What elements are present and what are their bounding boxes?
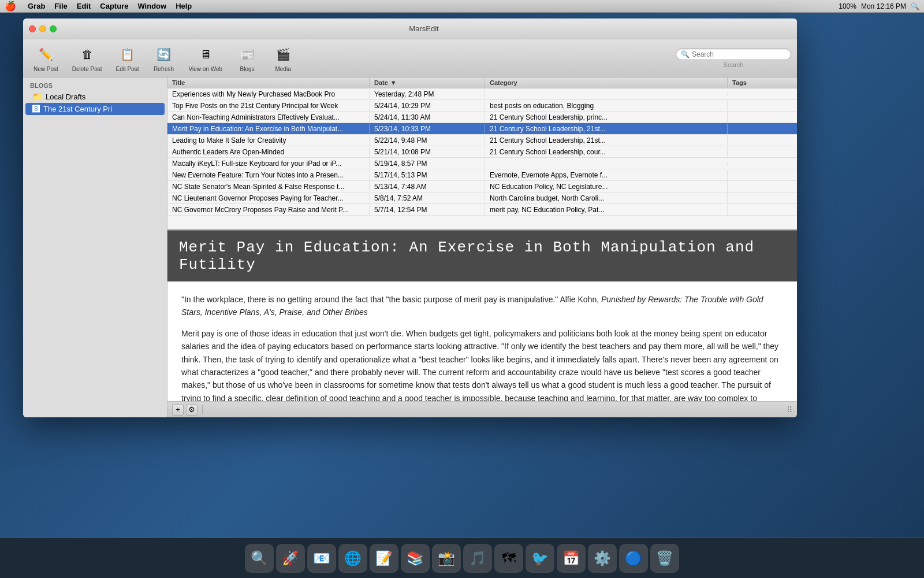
th-date[interactable]: Date ▼ (370, 77, 485, 88)
dock-icon-notes[interactable]: 📝 (370, 544, 398, 573)
preview-area[interactable]: Merit Pay in Education: An Exercise in B… (167, 231, 797, 401)
search-label: Search (724, 61, 744, 68)
edit-post-button[interactable]: 📋 Edit Post (111, 42, 144, 75)
dock-icon-safari[interactable]: 🌐 (338, 544, 367, 573)
sidebar-item-local-drafts[interactable]: 📁 Local Drafts (25, 90, 165, 103)
app-menu-help[interactable]: Help (176, 2, 192, 10)
maximize-button[interactable] (50, 25, 57, 32)
dock-icon-trash[interactable]: 🗑️ (650, 544, 679, 573)
td-title: Authentic Leaders Are Open-Minded (167, 147, 370, 157)
window-controls (29, 25, 57, 32)
app-menu-file[interactable]: File (54, 2, 67, 10)
blogs-button[interactable]: 📰 Blogs (232, 42, 263, 75)
td-category: 21 Century School Leadership, 21st... (485, 124, 728, 134)
table-header: Title Date ▼ Category Tags (167, 77, 797, 88)
td-date: 5/24/14, 10:29 PM (370, 101, 485, 111)
dock-icon-kindle[interactable]: 📚 (401, 544, 430, 573)
td-title: New Evernote Feature: Turn Your Notes in… (167, 170, 370, 180)
clock: Mon 12:16 PM (861, 2, 906, 10)
content-area: Title Date ▼ Category Tags Experiences w… (167, 77, 797, 417)
td-title: Can Non-Teaching Administrators Effectiv… (167, 112, 370, 123)
search-icon[interactable]: 🔍 (911, 2, 919, 10)
td-title: Experiences with My Newly Purchased MacB… (167, 89, 370, 99)
dock-icon-finder[interactable]: 🔍 (245, 544, 274, 573)
td-category: 21 Century School Leadership, 21st... (485, 135, 728, 146)
td-date: 5/24/14, 11:30 AM (370, 112, 485, 123)
table-row[interactable]: NC Governor McCrory Proposes Pay Raise a… (167, 204, 797, 216)
td-date: 5/17/14, 5:13 PM (370, 170, 485, 180)
media-icon: 🎬 (273, 44, 293, 65)
search-input[interactable] (692, 50, 786, 58)
table-row[interactable]: Experiences with My Newly Purchased MacB… (167, 88, 797, 100)
td-date: 5/13/14, 7:48 AM (370, 181, 485, 192)
new-post-button[interactable]: ✏️ New Post (29, 42, 63, 75)
toolbar: ✏️ New Post 🗑 Delete Post 📋 Edit Post 🔄 … (23, 39, 797, 77)
td-title: Top Five Posts on the 21st Century Princ… (167, 101, 370, 111)
view-on-web-button[interactable]: 🖥 View on Web (184, 42, 228, 75)
battery-indicator: 100% (839, 2, 856, 10)
view-on-web-icon: 🖥 (195, 44, 216, 65)
table-row[interactable]: New Evernote Feature: Turn Your Notes in… (167, 169, 797, 181)
td-tags (728, 186, 797, 188)
media-button[interactable]: 🎬 Media (267, 42, 299, 75)
table-row[interactable]: Authentic Leaders Are Open-Minded 5/21/1… (167, 146, 797, 158)
td-tags (728, 162, 797, 165)
dock-icon-twitter[interactable]: 🐦 (526, 544, 554, 573)
table-row[interactable]: Can Non-Teaching Administrators Effectiv… (167, 112, 797, 123)
table-row[interactable]: NC State Senator's Mean-Spirited & False… (167, 181, 797, 192)
dock-icon-chrome[interactable]: 🔵 (619, 544, 648, 573)
td-title: NC State Senator's Mean-Spirited & False… (167, 181, 370, 192)
app-menu-edit[interactable]: Edit (77, 2, 91, 10)
new-post-label: New Post (33, 66, 58, 72)
sort-icon: ▼ (390, 79, 397, 86)
local-drafts-label: Local Drafts (46, 92, 85, 101)
dock-icon-itunes[interactable]: 🎵 (463, 544, 492, 573)
posts-list[interactable]: Title Date ▼ Category Tags Experiences w… (167, 77, 797, 231)
td-date: 5/19/14, 8:57 PM (370, 158, 485, 169)
td-category: 21 Century School Leadership, princ... (485, 112, 728, 123)
post-intro-text: "In the workplace, there is no getting a… (181, 295, 601, 304)
app-menu-window[interactable]: Window (137, 2, 166, 10)
bottom-bar: + ⚙ ⠿ (167, 401, 797, 417)
td-tags (728, 151, 797, 153)
table-row[interactable]: Merit Pay in Education: An Exercise in B… (167, 123, 797, 135)
apple-menu[interactable]: 🍎 (5, 1, 16, 12)
search-box[interactable]: 🔍 (676, 49, 791, 60)
td-tags (728, 197, 797, 199)
close-button[interactable] (29, 25, 36, 32)
td-date: 5/7/14, 12:54 PM (370, 205, 485, 215)
td-tags (728, 128, 797, 130)
main-content: BLOGS 📁 Local Drafts 🅱 The 21st Century … (23, 77, 797, 417)
dock-icon-calendar[interactable]: 📅 (557, 544, 586, 573)
dock-icon-maps[interactable]: 🗺 (494, 544, 523, 573)
view-on-web-label: View on Web (189, 66, 223, 72)
refresh-icon: 🔄 (154, 44, 174, 65)
app-menu-capture[interactable]: Capture (100, 2, 128, 10)
refresh-button[interactable]: 🔄 Refresh (148, 42, 180, 75)
dock-icon-system-prefs[interactable]: ⚙️ (588, 544, 617, 573)
td-category: North Carolina budget, North Caroli... (485, 193, 728, 203)
table-row[interactable]: Leading to Make It Safe for Creativity 5… (167, 135, 797, 146)
post-preview-content: "In the workplace, there is no getting a… (167, 281, 797, 401)
minimize-button[interactable] (39, 25, 46, 32)
td-title: NC Governor McCrory Proposes Pay Raise a… (167, 205, 370, 215)
td-tags (728, 105, 797, 107)
settings-button[interactable]: ⚙ (186, 404, 198, 416)
table-row[interactable]: Macally iKeyLT: Full-size Keyboard for y… (167, 158, 797, 169)
delete-post-button[interactable]: 🗑 Delete Post (68, 42, 107, 75)
table-row[interactable]: NC Lieutenant Governor Proposes Paying f… (167, 192, 797, 204)
marsedit-window: MarsEdit ✏️ New Post 🗑 Delete Post 📋 Edi… (23, 18, 797, 417)
add-button[interactable]: + (172, 404, 184, 416)
dock-icon-launchpad[interactable]: 🚀 (276, 544, 305, 573)
blog-icon: 🅱 (32, 105, 40, 113)
dock-icon-mail[interactable]: 📧 (307, 544, 336, 573)
td-title: Leading to Make It Safe for Creativity (167, 135, 370, 146)
th-tags: Tags (728, 77, 797, 88)
table-row[interactable]: Top Five Posts on the 21st Century Princ… (167, 100, 797, 112)
td-date: 5/23/14, 10:33 PM (370, 124, 485, 134)
posts-table-body: Experiences with My Newly Purchased MacB… (167, 88, 797, 216)
dock-icon-photos[interactable]: 📸 (432, 544, 461, 573)
td-tags (728, 139, 797, 142)
sidebar-item-blog[interactable]: 🅱 The 21st Century Pri (25, 103, 165, 115)
app-menu-grab[interactable]: Grab (28, 2, 45, 10)
